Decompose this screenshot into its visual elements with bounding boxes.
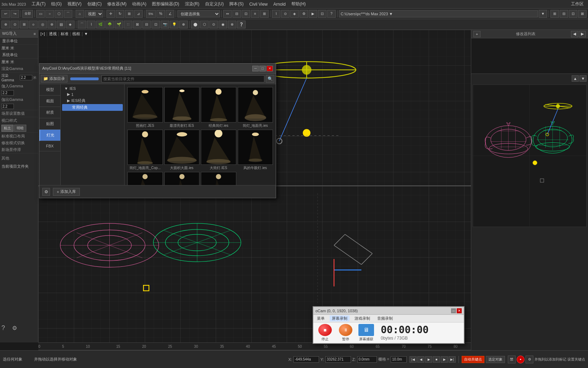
tb2-plug-btn[interactable]: ⊕	[179, 21, 188, 28]
ies-thumb-7[interactable]: 风的牛眼灯.ies	[238, 130, 273, 171]
place-btn[interactable]: ⊿	[134, 10, 143, 18]
align-btn[interactable]: ⊟	[232, 10, 241, 18]
y-coord-input[interactable]	[325, 356, 351, 363]
tb2-arc-btn[interactable]: ⌒	[78, 21, 86, 28]
vp-top-view[interactable]: 透视	[49, 31, 57, 37]
vp-top-wireframe[interactable]: 线框	[72, 31, 80, 37]
rmp-down-btn[interactable]: ▼	[579, 75, 587, 82]
ies-minimize-btn[interactable]: ─	[252, 66, 259, 71]
tb2-terrain-btn[interactable]: ⊡	[152, 21, 160, 28]
tb2-h1-btn[interactable]: ⬤	[191, 21, 199, 28]
ies-thumb-5[interactable]: 大面积大圆.ies	[164, 130, 200, 171]
ies-tab-fbx[interactable]: FBX	[39, 141, 60, 151]
move-btn[interactable]: ✛	[106, 10, 115, 18]
tb2-h4-btn[interactable]: ◉	[219, 21, 227, 28]
material-editor-btn[interactable]: ◈	[290, 10, 299, 18]
tb2-loft-btn[interactable]: ⊛	[48, 21, 56, 28]
ies-thumb-img-3[interactable]	[238, 87, 273, 123]
menu-view[interactable]: 视图(V)	[65, 0, 84, 8]
mirror-btn[interactable]: ⇔	[223, 10, 232, 18]
render-btn[interactable]: ▶	[309, 10, 317, 18]
menu-help[interactable]: 帮助(H)	[288, 0, 309, 8]
menu-tool[interactable]: 工具(T)	[29, 0, 48, 8]
menu-customize[interactable]: 自定义(U)	[202, 0, 227, 8]
rmp-up-btn[interactable]: ▲	[572, 75, 579, 82]
clay-btn[interactable]: 粘土	[1, 125, 13, 132]
undo-button[interactable]: ↩	[1, 10, 10, 18]
new-scene-label[interactable]: 新场景停滞	[0, 146, 38, 153]
tb2-leaf-btn[interactable]: 🌿	[96, 21, 105, 28]
gamma-val3-input[interactable]	[1, 104, 14, 109]
ies-thumb-img-4[interactable]	[127, 130, 163, 165]
switch-mode-label[interactable]: 修改模式切换	[0, 140, 38, 146]
vp-top-shading[interactable]: 标准	[61, 31, 68, 37]
tb2-tree-btn[interactable]: 🌳	[105, 21, 114, 28]
ies-search-input[interactable]	[101, 75, 264, 82]
ies-thumb-img-1[interactable]	[164, 87, 200, 123]
select-all-btn[interactable]: 全部	[22, 10, 33, 18]
tree-ies-1[interactable]: ▶ 1	[62, 91, 123, 97]
ies-close-btn[interactable]: ✕	[266, 66, 273, 71]
gamma-val1-input[interactable]	[20, 75, 32, 80]
ies-maximize-btn[interactable]: □	[259, 66, 266, 71]
rmp-arrow-right[interactable]: ▶	[579, 31, 586, 37]
menu-modifier[interactable]: 修改器(M)	[104, 0, 129, 8]
ies-add-dir-btn[interactable]: 📁 添加目录	[41, 75, 67, 82]
play-btn[interactable]: ▶	[425, 356, 432, 363]
goto-start-btn[interactable]: |◀	[410, 356, 417, 363]
angle-snap-btn[interactable]: ∠	[166, 10, 174, 18]
menu-script[interactable]: 脚本(S)	[226, 0, 246, 8]
tb2-h6-btn[interactable]: ❔	[237, 21, 246, 28]
gamma-val2-input[interactable]	[1, 90, 14, 96]
tb2-ivy-btn[interactable]: 🌱	[115, 21, 123, 28]
tb2-snap-btn[interactable]: ⊕	[1, 21, 10, 28]
select-circle-btn[interactable]: ○	[45, 10, 54, 18]
ies-thumb-img-2[interactable]	[201, 87, 236, 123]
ocam-close-btn[interactable]: ✕	[457, 308, 462, 313]
path-arrow[interactable]: ▼	[539, 10, 547, 18]
menu-create[interactable]: 创建(C)	[84, 0, 105, 8]
project-folder-label[interactable]: 当前项目文件夹	[0, 163, 38, 170]
extra-btn-1[interactable]: ⊞	[550, 10, 559, 18]
ies-thumb-3[interactable]: 筒灯_地面亮.ies	[238, 87, 273, 128]
tb2-array-btn[interactable]: ⊠	[133, 21, 142, 28]
scale-btn[interactable]: ⊞	[125, 10, 133, 18]
tb2-h2-btn[interactable]: ⬡	[200, 21, 209, 28]
extra-btn-3[interactable]: ⊡	[569, 10, 577, 18]
schematic-btn[interactable]: ⊙	[281, 10, 290, 18]
menu-graph-editor[interactable]: 图形编辑器(D)	[149, 0, 182, 8]
view-dropdown[interactable]: 视图	[85, 10, 103, 17]
ies-tab-section[interactable]: 截面	[39, 96, 60, 107]
menu-render[interactable]: 渲染(R)	[182, 0, 202, 8]
goto-end-btn[interactable]: ▶|	[449, 356, 456, 363]
ies-bottom-settings-btn[interactable]: ⚙	[42, 188, 50, 196]
create-select-dropdown[interactable]: 创建选择集	[177, 10, 220, 17]
ies-thumb-img-0[interactable]	[127, 87, 163, 123]
ocam-capture-btn[interactable]: 🖥 屏幕捕获	[357, 324, 375, 342]
ies-thumb-img-7[interactable]	[238, 130, 273, 165]
help-btn[interactable]: ?	[327, 10, 336, 18]
ies-thumb-6[interactable]: 大筒灯.IES	[201, 130, 236, 171]
group-btn[interactable]: ⊞	[260, 10, 269, 18]
x-coord-input[interactable]	[293, 356, 319, 363]
tree-ies-root[interactable]: ▼ IES	[62, 86, 123, 91]
tb2-h3-btn[interactable]: ⊙	[209, 21, 218, 28]
layer-btn[interactable]: ≡	[251, 10, 259, 18]
tb2-snap2-btn[interactable]: ⊙	[11, 21, 19, 28]
prev-frame-btn[interactable]: ◀	[417, 356, 424, 363]
rotate-btn[interactable]: ↻	[116, 10, 124, 18]
select-fence-btn[interactable]: ⬡	[55, 10, 63, 18]
ies-thumb-img-5[interactable]	[164, 130, 200, 165]
settings-icon[interactable]: ⚙	[12, 325, 17, 331]
ies-tab-material[interactable]: 材质	[39, 107, 60, 118]
tb2-h5-btn[interactable]: ⊗	[228, 21, 236, 28]
extra-btn-4[interactable]: ⊠	[578, 10, 587, 18]
ocam-menu-game[interactable]: 游戏录制	[352, 315, 372, 321]
menu-animation[interactable]: 动画(A)	[129, 0, 149, 8]
tb2-bone-btn[interactable]: ⌾	[29, 21, 38, 28]
next-frame-btn[interactable]: ▶	[441, 356, 448, 363]
menu-civil-view[interactable]: Civil View	[246, 1, 270, 7]
selected-key-btn[interactable]: 选定对象	[486, 356, 505, 363]
select-rect-btn[interactable]: ▭	[36, 10, 45, 18]
tree-ies-classic[interactable]: ▶ IES经典	[62, 97, 123, 104]
